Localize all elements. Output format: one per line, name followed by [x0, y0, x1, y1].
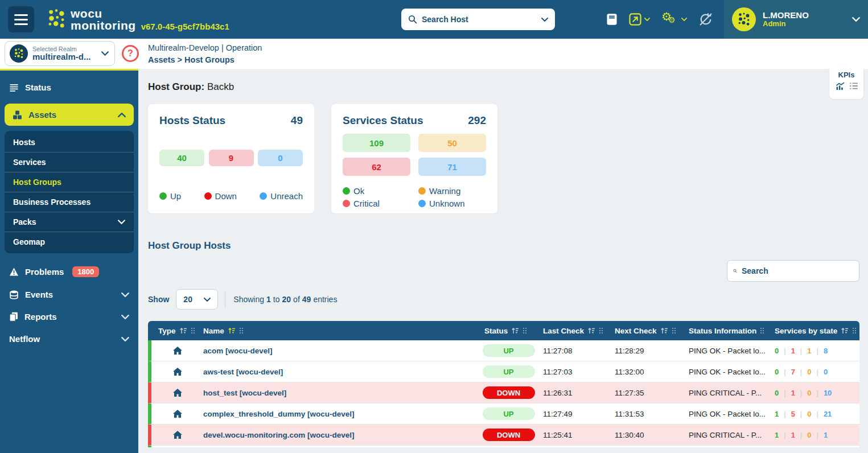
kpi-list-icon[interactable]	[849, 82, 858, 90]
sidebar-item-packs[interactable]: Packs	[5, 212, 134, 232]
services-unknown[interactable]: 0	[824, 368, 828, 376]
services-critical[interactable]: 7	[791, 368, 795, 376]
host-icon	[173, 410, 182, 418]
table-row[interactable]: aws-test [wocu-devel] UP 11:27:03 11:32:…	[148, 361, 859, 382]
services-warning[interactable]: 0	[807, 410, 811, 418]
drag-handle-icon[interactable]	[760, 327, 764, 334]
sort-icon[interactable]	[841, 327, 849, 334]
drag-handle-icon[interactable]	[239, 327, 244, 334]
search-icon	[733, 266, 737, 275]
sidebar-item-status[interactable]: Status	[0, 76, 138, 98]
sidebar-item-assets[interactable]: Assets	[5, 104, 134, 126]
external-links-button[interactable]	[629, 13, 650, 26]
sidebar-item-host-groups[interactable]: Host Groups	[5, 172, 134, 192]
auto-refresh-disabled-button[interactable]	[698, 12, 713, 27]
host-name-link[interactable]: host_test [wocu-devel]	[203, 389, 286, 397]
sidebar-item-label: Status	[25, 83, 51, 92]
hosts-up-count[interactable]: 40	[159, 150, 204, 166]
host-name-link[interactable]: complex_threshold_dummy [wocu-devel]	[203, 410, 355, 418]
services-warning[interactable]: 0	[807, 431, 811, 439]
sort-icon[interactable]	[660, 327, 668, 334]
column-header-status[interactable]: Status	[479, 327, 538, 335]
chevron-down-icon	[121, 337, 129, 341]
sidebar-item-label: Assets	[28, 110, 56, 120]
services-warning[interactable]: 0	[807, 368, 811, 376]
sort-icon[interactable]	[587, 327, 595, 334]
page-size-select[interactable]: 20	[176, 289, 218, 310]
chevron-down-icon	[204, 298, 211, 302]
column-header-name[interactable]: Name	[203, 327, 479, 335]
services-critical[interactable]: 1	[791, 389, 795, 397]
chevron-down-icon	[644, 18, 650, 21]
column-header-type[interactable]: Type	[148, 327, 203, 335]
table-row[interactable]: host_test [wocu-devel] DOWN 11:26:31 11:…	[148, 382, 859, 403]
services-by-state: 1| 1| 0| 1	[769, 431, 859, 439]
last-check-value: 11:27:49	[538, 410, 611, 418]
settings-button[interactable]: ⚙⚙	[661, 11, 687, 28]
drag-handle-icon[interactable]	[672, 327, 676, 334]
hosts-down-count[interactable]: 9	[209, 150, 254, 166]
host-name-link[interactable]: acom [wocu-devel]	[203, 347, 273, 355]
column-header-last-check[interactable]: Last Check	[538, 327, 611, 335]
hosts-table: Type Name Status Las	[148, 321, 859, 447]
services-warning-count[interactable]: 50	[418, 134, 486, 152]
sidebar-item-label: Events	[25, 290, 53, 299]
kpi-chart-icon[interactable]	[835, 82, 845, 90]
services-ok[interactable]: 0	[775, 389, 779, 397]
column-header-services-by-state[interactable]: Services by state	[769, 327, 859, 335]
table-header: Type Name Status Las	[148, 321, 859, 340]
services-critical[interactable]: 5	[791, 410, 795, 418]
drag-handle-icon[interactable]	[523, 327, 527, 334]
services-unknown[interactable]: 1	[824, 431, 828, 439]
sidebar-item-events[interactable]: Events	[0, 283, 138, 306]
sidebar-item-reports[interactable]: Reports	[0, 306, 138, 328]
breadcrumb-section[interactable]: Assets	[148, 55, 175, 64]
services-critical[interactable]: 1	[791, 347, 795, 355]
table-row-partial[interactable]	[148, 446, 859, 447]
user-name: L.MORENO	[763, 10, 845, 20]
drag-handle-icon[interactable]	[599, 327, 603, 334]
user-menu[interactable]: L.MORENO Admin	[724, 0, 868, 39]
host-search-select[interactable]: Search Host	[401, 9, 555, 30]
column-header-next-check[interactable]: Next Check	[611, 327, 685, 335]
sort-icon[interactable]	[179, 327, 187, 334]
services-unknown[interactable]: 10	[824, 389, 832, 397]
services-ok-count[interactable]: 109	[343, 134, 410, 152]
sidebar-item-netflow[interactable]: Netflow	[0, 328, 138, 350]
services-unknown[interactable]: 8	[824, 347, 828, 355]
drag-handle-icon[interactable]	[852, 327, 857, 334]
services-unknown[interactable]: 21	[824, 410, 832, 418]
services-unknown-count[interactable]: 71	[418, 158, 486, 176]
docs-button[interactable]	[606, 13, 618, 26]
help-button[interactable]: ?	[122, 45, 139, 62]
sidebar-item-label: Packs	[13, 217, 36, 226]
services-critical-count[interactable]: 62	[343, 158, 410, 176]
table-search-input[interactable]	[742, 266, 853, 275]
table-row[interactable]: complex_threshold_dummy [wocu-devel] UP …	[148, 403, 859, 425]
services-ok[interactable]: 1	[775, 410, 779, 418]
sidebar-item-label: Hosts	[13, 138, 35, 147]
column-header-status-information[interactable]: Status Information	[685, 327, 769, 335]
sort-icon-active[interactable]	[228, 327, 236, 334]
services-ok[interactable]: 0	[775, 368, 779, 376]
services-ok[interactable]: 0	[775, 347, 779, 355]
realm-selector[interactable]: Selected Realm multirealm-d...	[5, 41, 115, 66]
sidebar-item-problems[interactable]: Problems 1800	[0, 260, 138, 283]
hosts-status-card: Hosts Status 49 40 9 0 Up Down Unreach	[148, 104, 314, 213]
sidebar-item-hosts[interactable]: Hosts	[5, 133, 134, 153]
host-name-link[interactable]: aws-test [wocu-devel]	[203, 368, 283, 376]
sidebar-item-business-processes[interactable]: Business Processes	[5, 192, 134, 212]
sort-icon[interactable]	[511, 327, 519, 334]
sidebar-item-services[interactable]: Services	[5, 153, 134, 172]
services-critical[interactable]: 1	[791, 431, 795, 439]
table-row[interactable]: devel.wocu-monitoring.com [wocu-devel] D…	[148, 425, 859, 446]
host-name-link[interactable]: devel.wocu-monitoring.com [wocu-devel]	[203, 431, 355, 439]
sidebar-item-geomap[interactable]: Geomap	[5, 232, 134, 252]
services-ok[interactable]: 1	[775, 431, 779, 439]
hamburger-menu-button[interactable]	[8, 6, 34, 32]
services-warning[interactable]: 1	[807, 347, 811, 355]
hosts-unreach-count[interactable]: 0	[258, 150, 303, 166]
drag-handle-icon[interactable]	[191, 327, 195, 334]
services-warning[interactable]: 0	[807, 389, 811, 397]
table-row[interactable]: acom [wocu-devel] UP 11:27:08 11:28:29 P…	[148, 340, 859, 361]
